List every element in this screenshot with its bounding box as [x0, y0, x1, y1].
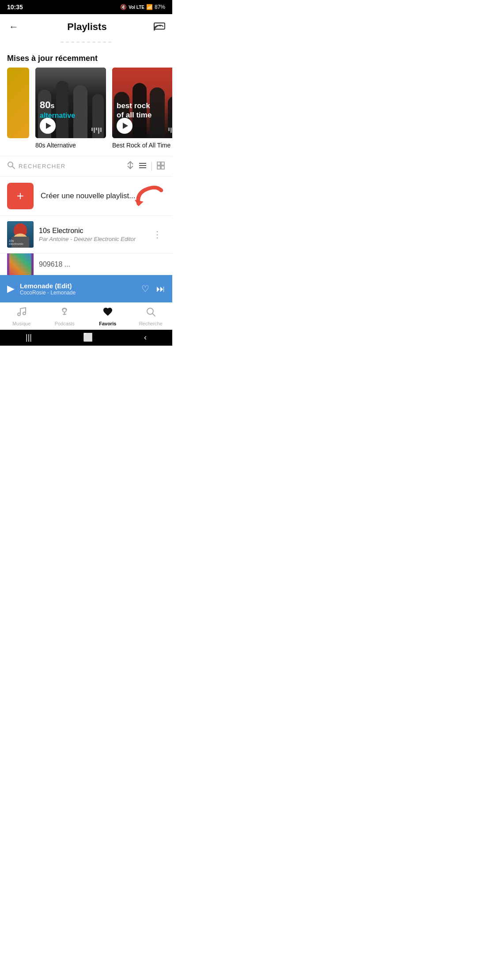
- view-toggle: [138, 161, 165, 172]
- cast-icon: [154, 21, 165, 30]
- view-divider: [151, 162, 152, 171]
- svg-rect-8: [161, 162, 164, 165]
- back-button[interactable]: ←: [7, 19, 20, 34]
- search-icon: [7, 161, 15, 171]
- nav-recherche[interactable]: Recherche: [137, 306, 164, 328]
- status-icons: 🔇 Vol LTE 📶 87%: [120, 4, 165, 10]
- battery-icon: 87%: [155, 4, 165, 10]
- favorite-button[interactable]: ♡: [141, 283, 149, 294]
- card-overlay-title-80s: 80s alternative: [40, 100, 75, 120]
- partial-card[interactable]: [7, 68, 29, 149]
- svg-rect-7: [157, 162, 160, 165]
- search-input[interactable]: RECHERCHER: [19, 163, 122, 170]
- status-time: 10:35: [7, 4, 23, 11]
- play-button-rock[interactable]: [117, 118, 132, 134]
- favoris-icon: [102, 306, 113, 320]
- partial-item-text: 909618 ...: [39, 260, 70, 268]
- nav-podcasts[interactable]: Podcasts: [51, 306, 78, 328]
- now-playing-title: Lemonade (Edit): [20, 282, 136, 290]
- podcasts-label: Podcasts: [55, 321, 75, 326]
- playlist-card-rock[interactable]: best rockof all time Best Rock of All Ti…: [112, 68, 172, 149]
- system-nav: ||| ⬜ ‹: [0, 330, 172, 346]
- nav-subtitle: _ _ _ _ _ _ _ _ _ _: [0, 36, 172, 46]
- svg-rect-10: [161, 166, 164, 169]
- create-playlist-row[interactable]: + Créer une nouvelle playlist...: [0, 177, 172, 215]
- page-title: Playlists: [20, 21, 154, 33]
- sys-menu-button[interactable]: |||: [26, 333, 32, 342]
- status-bar: 10:35 🔇 Vol LTE 📶 87%: [0, 0, 172, 14]
- deezer-logo-80s: [91, 128, 102, 134]
- playlist-list: + Créer une nouvelle playlist... 10selec…: [0, 177, 172, 275]
- recherche-icon: [145, 306, 156, 320]
- playlist-author-10s: Par Antoine - Deezer Electronic Editor: [39, 236, 144, 242]
- favoris-label: Favoris: [99, 321, 116, 326]
- now-playing-play-button[interactable]: ▶: [7, 283, 15, 294]
- now-playing-artist: CocoRosie - Lemonade: [20, 290, 136, 296]
- playlist-item-partial[interactable]: 909618 ...: [0, 253, 172, 275]
- wifi-icon: 📶: [146, 4, 153, 10]
- play-button-80s[interactable]: [40, 118, 56, 134]
- sort-button[interactable]: [126, 161, 135, 172]
- playlist-name-10s: 10s Electronic: [39, 227, 144, 235]
- plus-icon: +: [17, 190, 24, 202]
- nav-musique[interactable]: Musique: [8, 306, 35, 328]
- svg-line-16: [152, 313, 155, 316]
- top-nav: ← Playlists: [0, 14, 172, 36]
- musique-icon: [16, 306, 27, 320]
- svg-point-13: [23, 312, 26, 315]
- red-arrow-icon: [132, 183, 163, 209]
- create-playlist-label: Créer une nouvelle playlist...: [41, 192, 136, 200]
- svg-rect-9: [157, 166, 160, 169]
- playlist-card-80s[interactable]: 80s alternative 80s Alternative: [35, 68, 106, 149]
- playlist-thumb-10s: 10selectronic: [7, 221, 34, 248]
- bottom-nav: Musique Podcasts Favoris Recherche: [0, 302, 172, 330]
- skip-button[interactable]: ⏭: [156, 284, 165, 294]
- play-triangle-icon: [46, 123, 51, 129]
- cast-button[interactable]: [154, 21, 165, 33]
- list-view-button[interactable]: [138, 161, 147, 172]
- svg-point-14: [63, 309, 66, 312]
- partial-thumb: [7, 253, 34, 275]
- now-playing-info: Lemonade (Edit) CocoRosie - Lemonade: [20, 282, 136, 296]
- recently-updated-title: Mises à jour récemment: [0, 46, 172, 68]
- playlist-cards-row: 80s alternative 80s Alternative: [0, 68, 172, 156]
- playlist-info-10s: 10s Electronic Par Antoine - Deezer Elec…: [39, 227, 144, 242]
- nav-favoris[interactable]: Favoris: [95, 306, 121, 328]
- mute-icon: 🔇: [120, 4, 127, 10]
- lte-icon: Vol LTE: [129, 5, 144, 10]
- search-bar: RECHERCHER: [0, 156, 172, 177]
- now-playing-bar[interactable]: ▶ Lemonade (Edit) CocoRosie - Lemonade ♡…: [0, 275, 172, 302]
- now-playing-actions: ♡ ⏭: [141, 283, 165, 294]
- card-label-80s: 80s Alternative: [35, 142, 106, 149]
- grid-view-button[interactable]: [156, 161, 165, 172]
- sys-back-button[interactable]: ‹: [144, 333, 147, 342]
- sys-home-button[interactable]: ⬜: [83, 332, 93, 342]
- musique-label: Musique: [12, 321, 31, 326]
- podcasts-icon: [59, 306, 70, 320]
- play-triangle-rock-icon: [123, 123, 128, 129]
- svg-point-12: [18, 313, 20, 316]
- card-label-rock: Best Rock of All Time: [112, 142, 172, 149]
- playlist-item-10s-electronic[interactable]: 10selectronic 10s Electronic Par Antoine…: [0, 215, 172, 253]
- card-overlay-title-rock: best rockof all time: [117, 102, 151, 120]
- svg-line-3: [12, 166, 15, 169]
- deezer-logo-rock: [168, 128, 172, 134]
- more-options-10s[interactable]: ⋮: [149, 227, 165, 241]
- svg-marker-11: [135, 200, 144, 207]
- create-playlist-button[interactable]: +: [7, 183, 34, 209]
- recherche-label: Recherche: [139, 321, 163, 326]
